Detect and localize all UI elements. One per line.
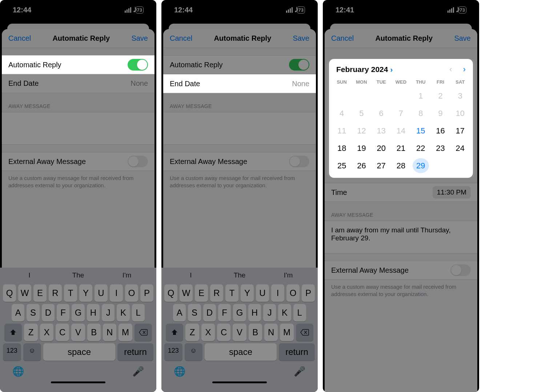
key-r[interactable]: R xyxy=(210,284,223,302)
day-22[interactable]: 22 xyxy=(411,144,430,153)
key-b[interactable]: B xyxy=(249,324,262,341)
key-k[interactable]: K xyxy=(278,304,291,321)
automatic-reply-row[interactable]: Automatic Reply xyxy=(163,55,316,74)
key-y[interactable]: Y xyxy=(241,284,254,302)
away-message-field[interactable] xyxy=(163,112,316,145)
key-i[interactable]: I xyxy=(271,284,284,302)
save-button[interactable]: Save xyxy=(454,34,471,43)
date-picker-highlighted[interactable]: February 2024 › ‹ › SUNMONTUEWEDTHUFRISA… xyxy=(329,59,473,178)
key-w[interactable]: W xyxy=(18,284,31,302)
day-20[interactable]: 20 xyxy=(372,144,391,153)
key-i[interactable]: I xyxy=(110,284,123,302)
key-o[interactable]: O xyxy=(286,284,300,302)
key-y[interactable]: Y xyxy=(79,284,92,302)
key-a[interactable]: A xyxy=(12,304,24,321)
external-away-row[interactable]: External Away Message xyxy=(325,261,477,280)
shift-key[interactable] xyxy=(4,324,22,341)
end-date-row[interactable]: End Date None xyxy=(2,74,154,93)
key-m[interactable]: M xyxy=(119,324,132,341)
month-selector[interactable]: February 2024 › xyxy=(336,65,393,74)
day-25[interactable]: 25 xyxy=(332,161,352,171)
key-u[interactable]: U xyxy=(95,284,108,302)
mic-icon[interactable]: 🎤 xyxy=(132,366,144,377)
time-value[interactable]: 11:30 PM xyxy=(433,186,471,199)
shift-key[interactable] xyxy=(166,324,183,341)
predict-3[interactable]: I'm xyxy=(103,271,151,279)
key-d[interactable]: D xyxy=(203,304,216,321)
key-n[interactable]: N xyxy=(103,324,116,341)
emoji-key[interactable]: ☺ xyxy=(23,343,41,361)
key-e[interactable]: E xyxy=(33,284,47,302)
save-button[interactable]: Save xyxy=(131,34,148,43)
external-away-row[interactable]: External Away Message xyxy=(2,152,154,171)
key-g[interactable]: G xyxy=(233,304,246,321)
key-e[interactable]: E xyxy=(195,284,208,302)
return-key[interactable]: return xyxy=(279,343,315,361)
key-s[interactable]: S xyxy=(27,304,39,321)
key-v[interactable]: V xyxy=(233,324,246,341)
key-b[interactable]: B xyxy=(87,324,101,341)
day-21[interactable]: 21 xyxy=(391,144,411,153)
away-message-field[interactable] xyxy=(2,112,154,145)
away-message-field[interactable]: I am away from my mail until Thursday, F… xyxy=(325,221,477,253)
cancel-button[interactable]: Cancel xyxy=(331,34,354,43)
automatic-reply-row-highlighted[interactable]: Automatic Reply xyxy=(2,55,154,74)
day-16[interactable]: 16 xyxy=(430,126,450,136)
external-away-toggle[interactable] xyxy=(289,156,309,167)
key-k[interactable]: K xyxy=(117,304,129,321)
globe-icon[interactable]: 🌐 xyxy=(12,366,24,377)
day-18[interactable]: 18 xyxy=(332,144,352,153)
prev-month-button[interactable]: ‹ xyxy=(449,65,452,74)
key-p[interactable]: P xyxy=(140,284,153,302)
key-f[interactable]: F xyxy=(57,304,69,321)
day-15[interactable]: 15 xyxy=(411,126,430,136)
key-h[interactable]: H xyxy=(248,304,261,321)
key-a[interactable]: A xyxy=(173,304,186,321)
predictive-bar[interactable]: I The I'm xyxy=(1,271,155,282)
day-26[interactable]: 26 xyxy=(352,161,371,171)
keyboard[interactable]: I The I'm QWERTYUIOP ASDFGHJKL ZXCVBNM 1… xyxy=(0,268,156,392)
key-x[interactable]: X xyxy=(201,324,215,341)
keyboard[interactable]: I The I'm QWERTYUIOP ASDFGHJKL ZXCVBNM 1… xyxy=(161,268,318,392)
home-indicator[interactable] xyxy=(51,381,105,383)
key-h[interactable]: H xyxy=(87,304,100,321)
next-month-button[interactable]: › xyxy=(463,65,466,74)
key-c[interactable]: C xyxy=(217,324,230,341)
home-indicator[interactable] xyxy=(212,381,267,383)
key-f[interactable]: F xyxy=(218,304,231,321)
automatic-reply-toggle[interactable] xyxy=(289,59,309,71)
key-t[interactable]: T xyxy=(64,284,77,302)
key-p[interactable]: P xyxy=(302,284,315,302)
key-l[interactable]: L xyxy=(293,304,306,321)
key-x[interactable]: X xyxy=(40,324,53,341)
external-away-toggle[interactable] xyxy=(450,264,471,276)
predict-1[interactable]: I xyxy=(166,271,215,279)
mic-icon[interactable]: 🎤 xyxy=(294,366,305,377)
return-key[interactable]: return xyxy=(117,343,153,361)
day-27[interactable]: 27 xyxy=(372,161,391,171)
day-23[interactable]: 23 xyxy=(430,144,450,153)
day-24[interactable]: 24 xyxy=(450,144,470,153)
key-l[interactable]: L xyxy=(132,304,145,321)
end-date-row-highlighted[interactable]: End Date None xyxy=(163,74,316,93)
calendar-grid[interactable]: 1234567891011121314151617181920212223242… xyxy=(332,88,470,174)
delete-key[interactable] xyxy=(296,324,313,341)
space-key[interactable]: space xyxy=(205,343,277,361)
space-key[interactable]: space xyxy=(43,343,115,361)
emoji-key[interactable]: ☺ xyxy=(185,343,203,361)
key-w[interactable]: W xyxy=(180,284,193,302)
key-r[interactable]: R xyxy=(49,284,62,302)
key-u[interactable]: U xyxy=(256,284,269,302)
key-n[interactable]: N xyxy=(264,324,278,341)
key-c[interactable]: C xyxy=(56,324,69,341)
predict-1[interactable]: I xyxy=(5,271,54,279)
key-z[interactable]: Z xyxy=(24,324,37,341)
key-s[interactable]: S xyxy=(188,304,201,321)
key-d[interactable]: D xyxy=(42,304,55,321)
cancel-button[interactable]: Cancel xyxy=(8,34,31,43)
time-row[interactable]: Time 11:30 PM xyxy=(325,183,477,202)
numbers-key[interactable]: 123 xyxy=(164,343,182,361)
external-away-toggle[interactable] xyxy=(128,156,148,167)
key-o[interactable]: O xyxy=(125,284,138,302)
key-m[interactable]: M xyxy=(280,324,293,341)
